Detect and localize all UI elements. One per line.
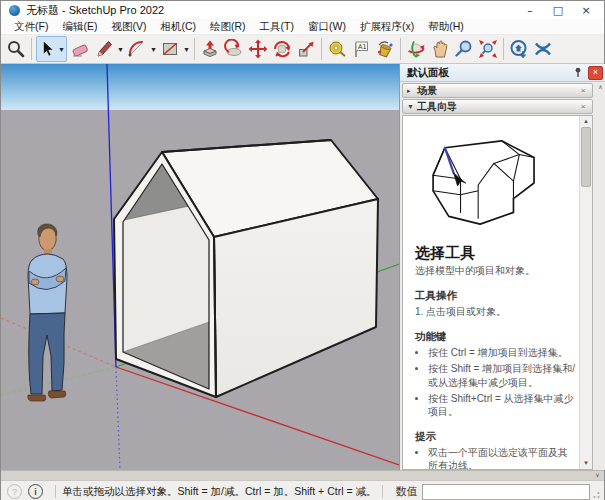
pan-tool-button[interactable] <box>428 37 452 61</box>
resize-grip-icon[interactable] <box>592 485 600 499</box>
menu-draw[interactable]: 绘图(R) <box>203 20 253 34</box>
zoom-extents-button[interactable] <box>476 37 500 61</box>
pin-icon[interactable] <box>571 66 585 79</box>
tray-header[interactable]: 默认面板 × <box>400 64 605 82</box>
move-icon <box>248 39 268 59</box>
select-dropdown-caret[interactable]: ▼ <box>57 37 66 61</box>
3d-warehouse-icon <box>509 39 529 59</box>
close-button[interactable]: × <box>572 2 600 18</box>
instructor-bullet: 双击一个平面以选定该平面及其所有边线。 <box>428 446 575 469</box>
toolbar-separator <box>194 38 195 60</box>
zoom-extents-icon <box>478 39 498 59</box>
menu-file[interactable]: 文件(F) <box>7 20 55 34</box>
zoom-icon <box>454 39 474 59</box>
sketchup-app-icon <box>9 5 20 16</box>
menu-view[interactable]: 视图(V) <box>104 20 153 34</box>
arc-dropdown-caret[interactable]: ▼ <box>149 37 158 61</box>
toolbar-separator <box>31 38 32 60</box>
paint-bucket-tool-button[interactable] <box>373 37 397 61</box>
tray-scroll-up-icon[interactable]: ∧ <box>595 82 605 93</box>
select-cursor-icon <box>37 37 57 61</box>
line-tool-button[interactable] <box>92 37 116 61</box>
model-viewport[interactable] <box>1 64 399 470</box>
instructor-content: 选择工具 选择模型中的项目和对象。 工具操作 1. 点击项目或对象。 功能键 按… <box>403 116 579 469</box>
select-tool-button[interactable]: ▼ <box>36 36 67 62</box>
orbit-icon <box>406 39 426 59</box>
sky <box>1 64 399 110</box>
scale-tool-button[interactable] <box>294 37 318 61</box>
instructor-tool-title: 选择工具 <box>415 244 575 263</box>
push-pull-icon <box>200 39 220 59</box>
instructor-bullet: 按住 Shift = 增加项目到选择集和/或从选择集中减少项目。 <box>428 362 575 388</box>
offset-tool-button[interactable] <box>222 37 246 61</box>
offset-icon <box>224 39 244 59</box>
extension-warehouse-button[interactable] <box>531 37 555 61</box>
instructor-bullet: 按住 Shift+Ctrl = 从选择集中减少项目。 <box>428 392 575 418</box>
menu-edit[interactable]: 编辑(E) <box>55 20 104 34</box>
tape-measure-icon <box>327 39 347 59</box>
menu-tools[interactable]: 工具(T) <box>253 20 301 34</box>
section-instructor[interactable]: ▼ 工具向导 × <box>402 99 593 114</box>
measurements-label: 数值 <box>395 484 417 499</box>
bottom-strip: ∨ <box>1 470 604 480</box>
default-tray-panel: 默认面板 × ▸ 场景 × ▼ 工具向导 × <box>399 64 605 470</box>
3d-warehouse-button[interactable] <box>507 37 531 61</box>
status-hint-text: 单击或拖动以选择对象。Shift = 加/减。Ctrl = 加。Shift + … <box>62 485 376 499</box>
rectangle-tool-button[interactable] <box>158 37 182 61</box>
section-scenes[interactable]: ▸ 场景 × <box>402 83 593 98</box>
tray-title: 默认面板 <box>407 66 571 80</box>
orbit-tool-button[interactable] <box>404 37 428 61</box>
expand-triangle-icon: ▼ <box>407 103 417 110</box>
text-tool-button[interactable]: A1 <box>349 37 373 61</box>
menu-help[interactable]: 帮助(H) <box>421 20 471 34</box>
measurements-input[interactable] <box>422 484 590 500</box>
pencil-icon <box>94 39 114 59</box>
arc-tool-button[interactable] <box>125 37 149 61</box>
tray-scroll-down-icon[interactable]: ∨ <box>591 471 604 480</box>
scroll-up-icon[interactable]: ▲ <box>580 116 592 127</box>
tray-scroll-rail[interactable]: ∧ <box>595 82 605 470</box>
toolbar-separator <box>321 38 322 60</box>
scroll-down-icon[interactable]: ▼ <box>580 458 592 469</box>
text-label-icon: A1 <box>351 39 371 59</box>
rectangle-dropdown-caret[interactable]: ▼ <box>182 37 191 61</box>
tape-measure-tool-button[interactable] <box>325 37 349 61</box>
instructor-illustration <box>423 134 575 236</box>
line-dropdown-caret[interactable]: ▼ <box>116 37 125 61</box>
instructor-scrollbar[interactable]: ▲ ▼ <box>579 116 592 469</box>
search-icon <box>6 39 26 59</box>
svg-text:A1: A1 <box>358 43 367 51</box>
menu-extensions[interactable]: 扩展程序(x) <box>353 20 421 34</box>
zoom-tool-button[interactable] <box>452 37 476 61</box>
section-close-icon[interactable]: × <box>578 86 588 95</box>
eraser-icon <box>70 39 90 59</box>
menu-window[interactable]: 窗口(W) <box>301 20 353 34</box>
scrollbar-thumb[interactable] <box>581 127 591 187</box>
toolbar-separator <box>503 38 504 60</box>
menu-camera[interactable]: 相机(C) <box>153 20 203 34</box>
instructor-bullet: 按住 Ctrl = 增加项目到选择集。 <box>428 346 575 359</box>
menu-bar: 文件(F) 编辑(E) 视图(V) 相机(C) 绘图(R) 工具(T) 窗口(W… <box>1 19 604 35</box>
section-close-icon[interactable]: × <box>578 102 588 111</box>
toolbar-separator <box>400 38 401 60</box>
arc-icon <box>127 39 147 59</box>
search-tool-button[interactable] <box>4 37 28 61</box>
window-title: 无标题 - SketchUp Pro 2022 <box>26 3 516 18</box>
extension-warehouse-icon <box>533 39 553 59</box>
pan-hand-icon <box>430 39 450 59</box>
eraser-tool-button[interactable] <box>68 37 92 61</box>
status-info-icon[interactable]: i <box>28 484 43 499</box>
rectangle-icon <box>160 39 180 59</box>
paint-bucket-icon <box>375 39 395 59</box>
maximize-button[interactable]: □ <box>544 2 572 18</box>
move-tool-button[interactable] <box>246 37 270 61</box>
collapse-triangle-icon: ▸ <box>407 87 417 95</box>
push-pull-tool-button[interactable] <box>198 37 222 61</box>
getting-started-toolbar: ▼ ▼ ▼ ▼ <box>1 35 604 64</box>
tray-close-icon[interactable]: × <box>588 66 603 80</box>
rotate-tool-button[interactable] <box>270 37 294 61</box>
minimize-button[interactable]: – <box>516 2 544 18</box>
status-help-icon[interactable]: ? <box>7 484 22 499</box>
title-bar: 无标题 - SketchUp Pro 2022 – □ × <box>1 1 604 19</box>
rotate-icon <box>272 39 292 59</box>
